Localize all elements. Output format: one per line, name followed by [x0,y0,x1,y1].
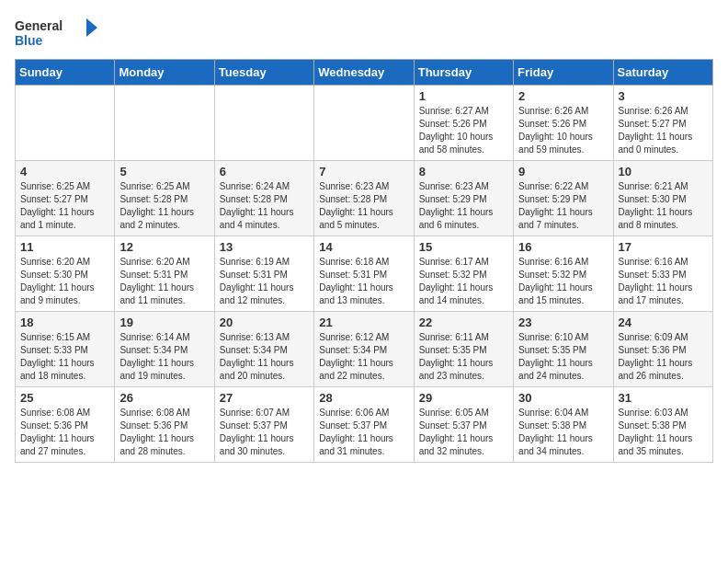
day-number: 26 [119,391,209,405]
calendar-cell: 13Sunrise: 6:19 AMSunset: 5:31 PMDayligh… [214,236,313,312]
day-number: 12 [119,240,209,254]
calendar-cell: 20Sunrise: 6:13 AMSunset: 5:34 PMDayligh… [214,312,313,387]
day-info: Sunrise: 6:04 AMSunset: 5:38 PMDaylight:… [518,407,608,458]
day-number: 25 [20,391,109,405]
day-info: Sunrise: 6:12 AMSunset: 5:34 PMDaylight:… [319,331,408,383]
day-number: 23 [518,316,608,329]
calendar-cell [314,86,414,161]
day-number: 31 [619,391,708,405]
day-info: Sunrise: 6:25 AMSunset: 5:28 PMDaylight:… [119,180,209,232]
calendar-cell: 21Sunrise: 6:12 AMSunset: 5:34 PMDayligh… [314,312,414,387]
header-day-monday: Monday [115,60,214,86]
calendar-cell: 10Sunrise: 6:21 AMSunset: 5:30 PMDayligh… [613,161,712,236]
header-day-sunday: Sunday [16,60,115,86]
day-info: Sunrise: 6:09 AMSunset: 5:36 PMDaylight:… [619,331,708,383]
calendar-cell: 9Sunrise: 6:22 AMSunset: 5:29 PMDaylight… [514,161,613,236]
day-info: Sunrise: 6:22 AMSunset: 5:29 PMDaylight:… [518,180,608,232]
day-number: 30 [518,391,608,405]
day-number: 9 [518,165,608,178]
day-number: 19 [119,316,209,329]
day-number: 18 [20,316,109,329]
day-info: Sunrise: 6:03 AMSunset: 5:38 PMDaylight:… [619,407,708,458]
day-number: 22 [419,316,508,329]
calendar-body: 1Sunrise: 6:27 AMSunset: 5:26 PMDaylight… [16,86,713,463]
header-day-thursday: Thursday [414,60,513,86]
header-day-tuesday: Tuesday [214,60,313,86]
day-info: Sunrise: 6:26 AMSunset: 5:26 PMDaylight:… [518,105,608,156]
day-info: Sunrise: 6:07 AMSunset: 5:37 PMDaylight:… [220,407,309,458]
calendar-cell: 15Sunrise: 6:17 AMSunset: 5:32 PMDayligh… [414,236,513,312]
day-number: 7 [319,165,408,178]
day-info: Sunrise: 6:16 AMSunset: 5:33 PMDaylight:… [619,256,708,307]
day-number: 8 [419,165,508,178]
calendar-cell: 7Sunrise: 6:23 AMSunset: 5:28 PMDaylight… [314,161,414,236]
calendar-cell: 11Sunrise: 6:20 AMSunset: 5:30 PMDayligh… [16,236,115,312]
calendar-cell: 29Sunrise: 6:05 AMSunset: 5:37 PMDayligh… [414,387,513,463]
day-info: Sunrise: 6:20 AMSunset: 5:30 PMDaylight:… [20,256,109,307]
day-number: 1 [419,89,508,103]
calendar-week-5: 25Sunrise: 6:08 AMSunset: 5:36 PMDayligh… [16,387,713,463]
day-number: 13 [220,240,309,254]
day-number: 24 [619,316,708,329]
day-number: 21 [319,316,408,329]
calendar-cell: 16Sunrise: 6:16 AMSunset: 5:32 PMDayligh… [514,236,613,312]
day-info: Sunrise: 6:21 AMSunset: 5:30 PMDaylight:… [619,180,708,232]
calendar-cell [16,86,115,161]
logo-icon: General Blue [15,15,97,52]
day-info: Sunrise: 6:06 AMSunset: 5:37 PMDaylight:… [319,407,408,458]
calendar-cell: 17Sunrise: 6:16 AMSunset: 5:33 PMDayligh… [613,236,712,312]
day-number: 6 [220,165,309,178]
day-info: Sunrise: 6:27 AMSunset: 5:26 PMDaylight:… [419,105,508,156]
day-info: Sunrise: 6:16 AMSunset: 5:32 PMDaylight:… [518,256,608,307]
day-info: Sunrise: 6:17 AMSunset: 5:32 PMDaylight:… [419,256,508,307]
calendar-cell: 14Sunrise: 6:18 AMSunset: 5:31 PMDayligh… [314,236,414,312]
day-info: Sunrise: 6:20 AMSunset: 5:31 PMDaylight:… [119,256,209,307]
calendar-cell: 28Sunrise: 6:06 AMSunset: 5:37 PMDayligh… [314,387,414,463]
day-number: 2 [518,89,608,103]
calendar-table: SundayMondayTuesdayWednesdayThursdayFrid… [15,59,713,463]
day-number: 15 [419,240,508,254]
day-info: Sunrise: 6:13 AMSunset: 5:34 PMDaylight:… [220,331,309,383]
day-info: Sunrise: 6:14 AMSunset: 5:34 PMDaylight:… [119,331,209,383]
calendar-week-3: 11Sunrise: 6:20 AMSunset: 5:30 PMDayligh… [16,236,713,312]
day-info: Sunrise: 6:10 AMSunset: 5:35 PMDaylight:… [518,331,608,383]
calendar-cell: 26Sunrise: 6:08 AMSunset: 5:36 PMDayligh… [115,387,214,463]
header-day-saturday: Saturday [613,60,712,86]
calendar-cell: 6Sunrise: 6:24 AMSunset: 5:28 PMDaylight… [214,161,313,236]
calendar-cell [214,86,313,161]
day-info: Sunrise: 6:18 AMSunset: 5:31 PMDaylight:… [319,256,408,307]
day-info: Sunrise: 6:15 AMSunset: 5:33 PMDaylight:… [20,331,109,383]
calendar-cell [115,86,214,161]
day-number: 27 [220,391,309,405]
calendar-week-1: 1Sunrise: 6:27 AMSunset: 5:26 PMDaylight… [16,86,713,161]
day-info: Sunrise: 6:24 AMSunset: 5:28 PMDaylight:… [220,180,309,232]
calendar-cell: 12Sunrise: 6:20 AMSunset: 5:31 PMDayligh… [115,236,214,312]
page-header: General Blue [15,15,713,52]
calendar-cell: 2Sunrise: 6:26 AMSunset: 5:26 PMDaylight… [514,86,613,161]
logo: General Blue [15,15,97,52]
day-info: Sunrise: 6:19 AMSunset: 5:31 PMDaylight:… [220,256,309,307]
day-info: Sunrise: 6:05 AMSunset: 5:37 PMDaylight:… [419,407,508,458]
calendar-cell: 30Sunrise: 6:04 AMSunset: 5:38 PMDayligh… [514,387,613,463]
calendar-cell: 22Sunrise: 6:11 AMSunset: 5:35 PMDayligh… [414,312,513,387]
day-info: Sunrise: 6:26 AMSunset: 5:27 PMDaylight:… [619,105,708,156]
calendar-cell: 27Sunrise: 6:07 AMSunset: 5:37 PMDayligh… [214,387,313,463]
day-info: Sunrise: 6:25 AMSunset: 5:27 PMDaylight:… [20,180,109,232]
calendar-cell: 31Sunrise: 6:03 AMSunset: 5:38 PMDayligh… [613,387,712,463]
day-info: Sunrise: 6:08 AMSunset: 5:36 PMDaylight:… [119,407,209,458]
day-number: 11 [20,240,109,254]
day-number: 14 [319,240,408,254]
calendar-header-row: SundayMondayTuesdayWednesdayThursdayFrid… [16,60,713,86]
calendar-week-4: 18Sunrise: 6:15 AMSunset: 5:33 PMDayligh… [16,312,713,387]
day-info: Sunrise: 6:11 AMSunset: 5:35 PMDaylight:… [419,331,508,383]
day-number: 17 [619,240,708,254]
calendar-cell: 18Sunrise: 6:15 AMSunset: 5:33 PMDayligh… [16,312,115,387]
svg-marker-2 [86,18,97,37]
calendar-cell: 19Sunrise: 6:14 AMSunset: 5:34 PMDayligh… [115,312,214,387]
calendar-cell: 4Sunrise: 6:25 AMSunset: 5:27 PMDaylight… [16,161,115,236]
day-number: 29 [419,391,508,405]
day-number: 3 [619,89,708,103]
header-day-friday: Friday [514,60,613,86]
svg-text:Blue: Blue [15,33,43,48]
day-number: 4 [20,165,109,178]
